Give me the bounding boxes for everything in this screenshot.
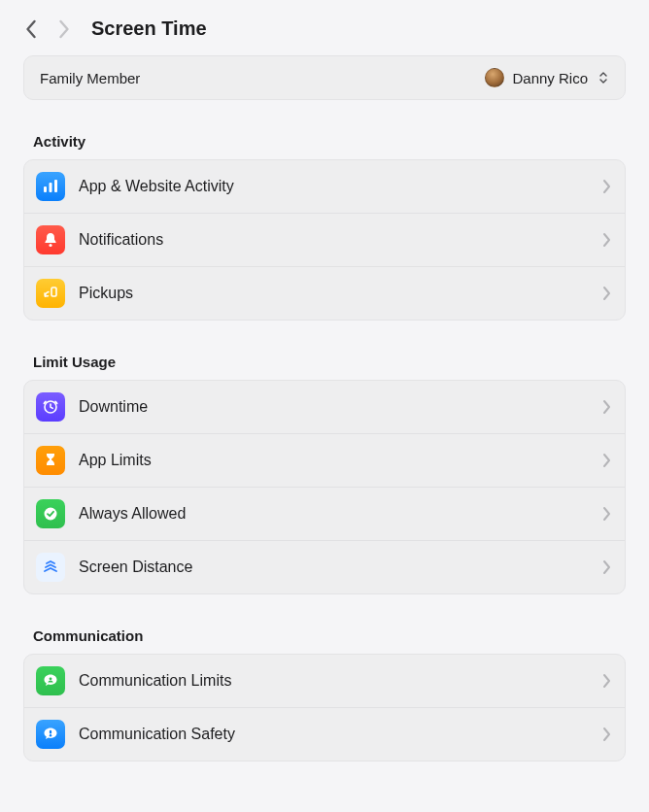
svg-rect-2 <box>54 180 57 192</box>
row-label: App Limits <box>79 452 589 469</box>
svg-rect-1 <box>50 183 52 192</box>
chevron-right-icon <box>602 559 611 575</box>
family-member-row: Family Member Danny Rico <box>23 55 626 100</box>
row-notifications[interactable]: Notifications <box>24 213 625 266</box>
list: Downtime App Limits <box>23 380 626 594</box>
chevron-left-icon <box>25 19 38 39</box>
pickup-icon <box>36 279 65 308</box>
row-pickups[interactable]: Pickups <box>24 266 625 320</box>
chevron-right-icon <box>602 179 611 194</box>
row-label: Communication Safety <box>79 726 589 743</box>
row-communication-limits[interactable]: Communication Limits <box>24 655 625 707</box>
section-title: Limit Usage <box>23 354 626 370</box>
chevron-right-icon <box>602 399 611 415</box>
chevron-right-icon <box>602 453 611 468</box>
row-app-limits[interactable]: App Limits <box>24 433 625 487</box>
section-limit-usage: Limit Usage Downtime App Limits <box>23 354 626 594</box>
chevron-right-icon <box>57 19 70 39</box>
list: Communication Limits Communication Safet… <box>23 654 626 761</box>
svg-rect-0 <box>44 186 47 192</box>
chevron-right-icon <box>602 727 611 742</box>
page-title: Screen Time <box>91 17 207 40</box>
row-label: Downtime <box>79 398 589 416</box>
row-communication-safety[interactable]: Communication Safety <box>24 707 625 761</box>
family-member-name: Danny Rico <box>512 70 588 86</box>
family-member-selector[interactable]: Danny Rico <box>485 68 611 87</box>
back-button[interactable] <box>25 19 38 39</box>
row-always-allowed[interactable]: Always Allowed <box>24 487 625 540</box>
screen-time-window: Screen Time Family Member Danny Rico Act… <box>0 0 649 812</box>
svg-point-9 <box>50 734 51 736</box>
row-label: Always Allowed <box>79 505 589 523</box>
row-label: Screen Distance <box>79 558 589 576</box>
nav-buttons <box>25 19 70 39</box>
row-screen-distance[interactable]: Screen Distance <box>24 540 625 593</box>
family-member-label: Family Member <box>40 70 140 86</box>
check-shield-icon <box>36 499 65 528</box>
row-label: App & Website Activity <box>79 178 589 195</box>
dropdown-caret-icon <box>596 69 611 86</box>
clock-icon <box>36 392 65 422</box>
svg-rect-8 <box>50 730 51 734</box>
list: App & Website Activity Notifications <box>23 159 626 321</box>
chevron-right-icon <box>602 286 611 301</box>
row-app-website-activity[interactable]: App & Website Activity <box>24 160 625 213</box>
chevron-right-icon <box>602 232 611 248</box>
section-title: Communication <box>23 627 626 644</box>
chevron-right-icon <box>602 673 611 689</box>
chart-bar-icon <box>36 172 65 201</box>
forward-button[interactable] <box>57 19 70 39</box>
row-label: Communication Limits <box>79 672 589 690</box>
chevron-right-icon <box>602 506 611 522</box>
content: Family Member Danny Rico Activity <box>0 55 649 761</box>
section-activity: Activity App & Website Activity Notific <box>23 133 626 321</box>
hourglass-icon <box>36 446 65 475</box>
svg-point-3 <box>49 244 51 247</box>
row-downtime[interactable]: Downtime <box>24 381 625 433</box>
section-communication: Communication Communication Limits Comm <box>23 627 626 761</box>
safety-bubble-icon <box>36 720 65 749</box>
avatar <box>485 68 504 87</box>
row-label: Notifications <box>79 231 589 249</box>
bell-icon <box>36 225 65 254</box>
person-bubble-icon <box>36 666 65 695</box>
waves-icon <box>36 553 65 582</box>
section-title: Activity <box>23 133 626 150</box>
header: Screen Time <box>0 0 649 53</box>
svg-point-7 <box>50 677 52 680</box>
row-label: Pickups <box>79 285 589 302</box>
svg-rect-4 <box>51 288 56 296</box>
